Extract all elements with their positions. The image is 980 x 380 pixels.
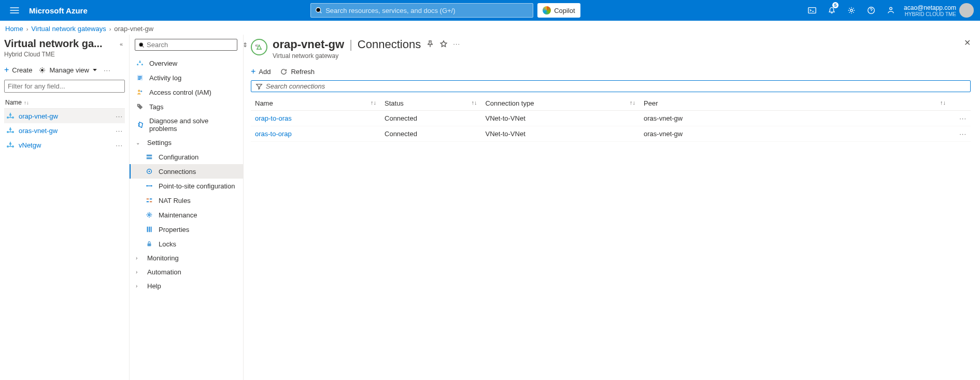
svg-rect-34: [149, 227, 150, 232]
menu-group-settings[interactable]: ⌄Settings: [130, 136, 243, 150]
col-type[interactable]: Connection type↑↓: [481, 96, 640, 111]
list-panel: Virtual network ga... « Hybrid Cloud TME…: [0, 35, 130, 380]
svg-rect-16: [138, 76, 142, 77]
connection-peer: oras-vnet-gw: [640, 111, 950, 126]
user-email: acao@netapp.com: [904, 4, 956, 11]
menu-group-automation[interactable]: ›Automation: [130, 265, 243, 279]
menu-search-input[interactable]: [147, 41, 234, 49]
search-connections[interactable]: [251, 80, 971, 92]
cloud-shell-icon[interactable]: [803, 0, 821, 21]
more-button[interactable]: ···: [453, 40, 460, 50]
refresh-button[interactable]: Refresh: [280, 68, 315, 76]
menu-group-help[interactable]: ›Help: [130, 279, 243, 293]
connection-name[interactable]: oras-to-orap: [251, 126, 380, 142]
more-button[interactable]: ···: [104, 66, 111, 74]
svg-point-21: [138, 105, 139, 106]
panel-title: Virtual network ga...: [4, 38, 103, 50]
name-column-header[interactable]: Name ↑↓: [4, 97, 125, 109]
svg-point-4: [890, 7, 892, 10]
refresh-icon: [280, 68, 288, 76]
menu-group-monitoring[interactable]: ›Monitoring: [130, 251, 243, 265]
connection-name[interactable]: orap-to-oras: [251, 111, 380, 126]
menu-item-locks[interactable]: Locks: [130, 237, 243, 251]
connections-table: Name↑↓ Status↑↓ Connection type↑↓ Peer↑↓…: [251, 96, 971, 142]
pin-icon[interactable]: [426, 40, 434, 50]
menu-item-configuration[interactable]: Configuration: [130, 150, 243, 164]
menu-item-icon: [145, 211, 153, 219]
svg-point-6: [7, 116, 9, 119]
portal-header: Microsoft Azure Copilot 5 acao@netapp.co…: [0, 0, 980, 21]
close-button[interactable]: ✕: [964, 38, 971, 48]
notifications-icon[interactable]: 5: [823, 0, 841, 21]
menu-item-icon: [136, 59, 144, 67]
svg-point-2: [850, 9, 853, 12]
chevron-right-icon: ›: [136, 269, 142, 275]
svg-point-26: [146, 185, 148, 187]
resource-menu: ⇕ « OverviewActivity logAccess control (…: [130, 35, 244, 380]
chevron-down-icon: [92, 67, 97, 72]
more-button[interactable]: ···: [116, 141, 123, 149]
svg-rect-18: [138, 79, 140, 80]
menu-item-overview[interactable]: Overview: [130, 56, 243, 70]
list-item[interactable]: oras-vnet-gw···: [4, 123, 125, 138]
search-connections-input[interactable]: [266, 82, 966, 90]
resource-link[interactable]: vNetgw: [19, 141, 41, 149]
collapse-panel-button[interactable]: «: [118, 39, 125, 49]
menu-item-access-control-iam-[interactable]: Access control (IAM): [130, 85, 243, 99]
row-more-button[interactable]: ···: [950, 111, 971, 126]
row-more-button[interactable]: ···: [950, 126, 971, 142]
svg-point-32: [148, 214, 150, 216]
svg-point-37: [257, 49, 258, 50]
col-status[interactable]: Status↑↓: [380, 96, 481, 111]
col-peer[interactable]: Peer↑↓: [640, 96, 950, 111]
menu-item-activity-log[interactable]: Activity log: [130, 70, 243, 85]
more-button[interactable]: ···: [116, 127, 123, 135]
resource-link[interactable]: orap-vnet-gw: [19, 112, 58, 120]
favorite-icon[interactable]: [439, 40, 448, 50]
help-icon[interactable]: [862, 0, 880, 21]
list-item[interactable]: vNetgw···: [4, 138, 125, 152]
chevron-down-icon: ⌄: [136, 140, 142, 145]
create-button[interactable]: +Create: [4, 65, 32, 75]
menu-item-maintenance[interactable]: Maintenance: [130, 208, 243, 222]
feedback-icon[interactable]: [882, 0, 900, 21]
global-search[interactable]: [310, 3, 533, 18]
more-button[interactable]: ···: [116, 112, 123, 120]
svg-point-10: [7, 145, 9, 148]
user-block[interactable]: acao@netapp.com HYBRID CLOUD TME: [904, 4, 956, 17]
connection-type: VNet-to-VNet: [481, 126, 640, 142]
breadcrumb-category[interactable]: Virtual network gateways: [31, 25, 106, 33]
svg-point-20: [140, 91, 142, 92]
global-search-input[interactable]: [325, 7, 529, 14]
list-item[interactable]: orap-vnet-gw···: [4, 109, 125, 123]
svg-rect-1: [808, 8, 816, 13]
menu-item-tags[interactable]: Tags: [130, 99, 243, 114]
breadcrumb-home[interactable]: Home: [5, 25, 23, 33]
copilot-icon: [543, 6, 551, 14]
col-name[interactable]: Name↑↓: [251, 96, 380, 111]
resource-link[interactable]: oras-vnet-gw: [19, 127, 58, 135]
menu-item-diagnose-and-solve-problems[interactable]: Diagnose and solve problems: [130, 114, 243, 136]
menu-search[interactable]: [135, 39, 237, 51]
hamburger-icon[interactable]: [9, 5, 20, 16]
sort-icon: ↑↓: [630, 99, 635, 106]
add-button[interactable]: +Add: [251, 67, 271, 76]
avatar[interactable]: [959, 3, 974, 18]
menu-item-connections[interactable]: Connections: [130, 164, 243, 179]
manage-view-button[interactable]: Manage view: [38, 66, 97, 74]
copilot-button[interactable]: Copilot: [537, 3, 580, 18]
resource-title: orap-vnet-gw: [273, 38, 344, 51]
resource-type-label: Virtual network gateway: [273, 52, 964, 60]
svg-rect-35: [151, 227, 152, 232]
svg-rect-29: [150, 199, 152, 200]
menu-item-point-to-site-configuration[interactable]: Point-to-site configuration: [130, 179, 243, 193]
settings-icon[interactable]: [843, 0, 860, 21]
menu-item-properties[interactable]: Properties: [130, 222, 243, 237]
menu-item-nat-rules[interactable]: NAT Rules: [130, 193, 243, 208]
svg-point-0: [316, 8, 321, 12]
filter-input[interactable]: [4, 80, 125, 93]
resource-type-icon: [251, 39, 267, 55]
connection-status: Connected: [380, 126, 481, 142]
header-icons: 5: [803, 0, 900, 21]
sort-asc-icon: ↑↓: [24, 100, 29, 106]
